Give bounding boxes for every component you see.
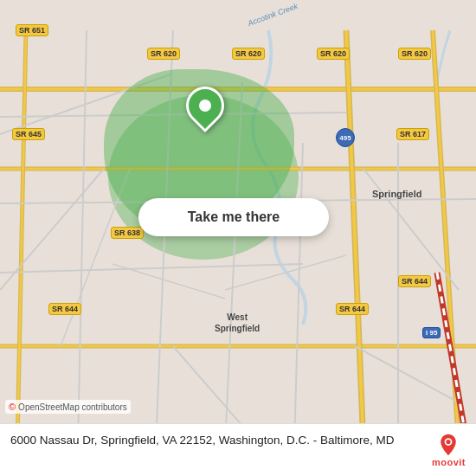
road-label-sr617: SR 617	[396, 128, 429, 140]
road-label-sr620c: SR 620	[317, 48, 350, 60]
svg-line-8	[346, 30, 363, 446]
road-label-sr644a: SR 644	[48, 303, 81, 315]
road-label-sr644b: SR 644	[336, 303, 369, 315]
svg-line-12	[17, 30, 26, 446]
osm-icon: ©	[9, 402, 16, 412]
city-label-west-springfield: WestSpringfield	[215, 312, 260, 334]
osm-attribution: © OpenStreetMap contributors	[5, 400, 131, 414]
moovit-logo: moovit	[432, 433, 466, 467]
take-me-there-button[interactable]: Take me there	[138, 198, 329, 236]
svg-line-28	[225, 255, 346, 290]
svg-line-27	[113, 264, 225, 299]
moovit-text: moovit	[432, 457, 466, 467]
osm-text: OpenStreetMap contributors	[18, 402, 127, 412]
svg-line-15	[0, 264, 303, 273]
city-label-springfield: Springfield	[372, 189, 421, 199]
svg-point-32	[447, 440, 451, 444]
svg-line-30	[437, 273, 467, 446]
road-label-i95: I 95	[422, 327, 441, 338]
pin-icon	[178, 79, 232, 132]
map-container: SR 651 SR 620 SR 620 SR 620 SR 620 SR 64…	[0, 0, 476, 476]
moovit-pin-icon	[436, 433, 460, 457]
road-label-sr644c: SR 644	[398, 275, 431, 287]
road-label-sr620a: SR 620	[147, 48, 180, 60]
road-label-sr651: SR 651	[16, 24, 48, 36]
road-label-sr620d: SR 620	[398, 48, 431, 60]
svg-line-16	[78, 30, 87, 446]
address-text: 6000 Nassau Dr, Springfield, VA 22152, W…	[10, 433, 421, 449]
road-label-i495: 495	[336, 128, 355, 147]
road-label-sr645: SR 645	[12, 128, 45, 140]
road-label-sr620b: SR 620	[232, 48, 265, 60]
road-label-sr638: SR 638	[111, 227, 144, 239]
info-bar: 6000 Nassau Dr, Springfield, VA 22152, W…	[0, 423, 476, 476]
location-pin	[186, 87, 224, 125]
svg-line-25	[355, 346, 459, 402]
